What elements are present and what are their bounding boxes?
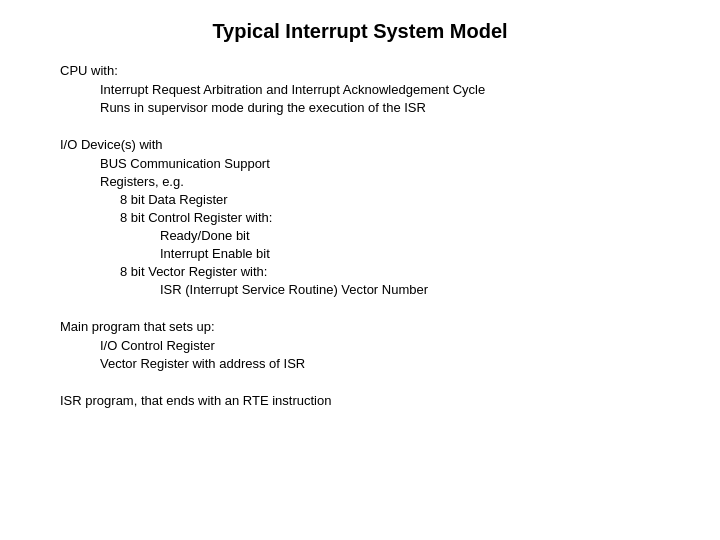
- main-program-heading: Main program that sets up:: [60, 319, 660, 334]
- page: Typical Interrupt System Model CPU with:…: [0, 0, 720, 540]
- io-item-4: Ready/Done bit: [160, 228, 660, 243]
- io-item-0: BUS Communication Support: [100, 156, 660, 171]
- io-heading: I/O Device(s) with: [60, 137, 660, 152]
- cpu-item-0: Interrupt Request Arbitration and Interr…: [100, 82, 660, 97]
- io-item-2: 8 bit Data Register: [120, 192, 660, 207]
- isr-heading: ISR program, that ends with an RTE instr…: [60, 393, 660, 408]
- io-item-6: 8 bit Vector Register with:: [120, 264, 660, 279]
- main-program-item-1: Vector Register with address of ISR: [100, 356, 660, 371]
- cpu-section: CPU with: Interrupt Request Arbitration …: [60, 63, 660, 115]
- cpu-heading: CPU with:: [60, 63, 660, 78]
- io-item-5: Interrupt Enable bit: [160, 246, 660, 261]
- io-section: I/O Device(s) with BUS Communication Sup…: [60, 137, 660, 297]
- main-program-item-0: I/O Control Register: [100, 338, 660, 353]
- io-item-7: ISR (Interrupt Service Routine) Vector N…: [160, 282, 660, 297]
- page-title: Typical Interrupt System Model: [60, 20, 660, 43]
- isr-section: ISR program, that ends with an RTE instr…: [60, 393, 660, 408]
- cpu-item-1: Runs in supervisor mode during the execu…: [100, 100, 660, 115]
- io-item-3: 8 bit Control Register with:: [120, 210, 660, 225]
- main-program-section: Main program that sets up: I/O Control R…: [60, 319, 660, 371]
- io-item-1: Registers, e.g.: [100, 174, 660, 189]
